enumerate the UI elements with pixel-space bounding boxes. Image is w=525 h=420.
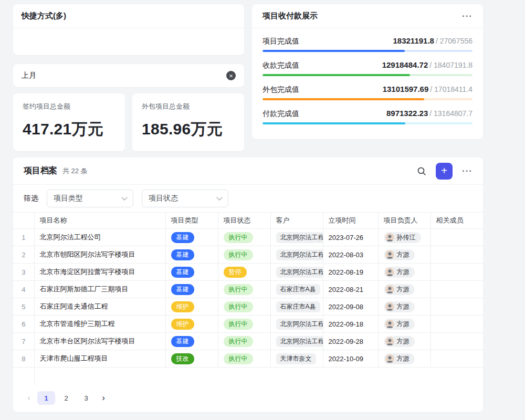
project-type-badge: 基建 (171, 284, 194, 295)
project-type-dropdown[interactable]: 项目类型 (47, 190, 133, 207)
project-lead-cell[interactable]: 方源 (378, 281, 430, 298)
customer-cell[interactable]: 天津市奈文 (270, 350, 323, 368)
customer-cell[interactable]: 石家庄市A县 (270, 281, 323, 298)
more-icon[interactable]: ··· (462, 166, 472, 175)
project-status-cell[interactable]: 暂停 (218, 264, 270, 281)
next-page-button[interactable]: › (97, 391, 110, 405)
project-name-cell[interactable]: 北京市海淀区阿拉蕾写字楼项目 (34, 264, 165, 281)
close-icon: × (229, 72, 233, 79)
project-type-cell[interactable]: 基建 (165, 246, 218, 264)
customer-cell[interactable]: 石家庄市A县 (270, 298, 323, 316)
related-members-cell[interactable] (430, 229, 483, 246)
project-type-cell[interactable]: 维护 (165, 316, 218, 333)
column-header[interactable]: 客户 (270, 213, 323, 229)
project-type-cell[interactable]: 基建 (165, 333, 218, 350)
project-type-cell[interactable]: 基建 (165, 264, 218, 281)
project-name-cell[interactable]: 北京阿尔法工程公司 (34, 229, 165, 246)
project-lead-cell[interactable]: 方源 (378, 246, 430, 264)
project-lead-cell[interactable]: 方源 (378, 298, 430, 316)
row-index-cell: 3 (13, 264, 34, 281)
shortcut-card: 快捷方式(多) (13, 4, 244, 55)
related-members-cell[interactable] (430, 316, 483, 333)
progress-fill (262, 74, 410, 76)
row-index-cell: 2 (13, 246, 34, 264)
project-status-dropdown[interactable]: 项目状态 (142, 190, 228, 207)
project-status-cell[interactable]: 执行中 (218, 316, 270, 333)
related-members-cell[interactable] (430, 246, 483, 264)
project-type-cell[interactable]: 基建 (165, 229, 218, 246)
page-button[interactable]: 2 (57, 391, 75, 405)
customer-tag: 天津市奈文 (276, 353, 316, 364)
project-status-cell[interactable]: 执行中 (218, 298, 270, 316)
signed-amount-card: 签约项目总金额 417.21万元 (13, 93, 125, 151)
project-name-cell[interactable]: 石家庄阿斯加德工厂三期项目 (34, 281, 165, 298)
person-tag: 孙传江 (384, 232, 421, 243)
more-icon[interactable]: ··· (462, 12, 472, 20)
progress-track (262, 122, 472, 124)
customer-cell[interactable]: 北京阿尔法工程 (270, 229, 323, 246)
customer-cell[interactable]: 北京阿尔法工程 (270, 333, 323, 350)
project-name-cell[interactable]: 天津市爬山服工程项目 (34, 350, 165, 368)
start-date-cell[interactable]: 2022-08-21 (323, 281, 378, 298)
project-lead-cell[interactable]: 方源 (378, 264, 430, 281)
project-status-cell[interactable]: 执行中 (218, 229, 270, 246)
customer-cell[interactable]: 北京阿尔法工程 (270, 246, 323, 264)
project-name-cell[interactable]: 北京市管道维护三期工程 (34, 316, 165, 333)
person-tag: 方源 (384, 319, 415, 330)
related-members-cell[interactable] (430, 264, 483, 281)
person-tag: 方源 (384, 353, 415, 364)
project-lead-cell[interactable]: 方源 (378, 333, 430, 350)
start-date-cell[interactable]: 2022-09-18 (323, 316, 378, 333)
date-filter-chip[interactable]: 上月 × (13, 64, 244, 87)
column-header[interactable]: 项目状态 (218, 213, 270, 229)
customer-cell[interactable]: 北京阿尔法工程 (270, 316, 323, 333)
clear-filter-button[interactable]: × (226, 71, 236, 80)
project-type-cell[interactable]: 基建 (165, 281, 218, 298)
project-lead-cell[interactable]: 孙传江 (378, 229, 430, 246)
column-header[interactable]: 项目名称 (34, 213, 165, 229)
project-name-cell[interactable]: 石家庄阿道夫通信工程 (34, 298, 165, 316)
project-name-cell[interactable]: 北京市丰台区阿尔法写字楼项目 (34, 333, 165, 350)
payment-item-value: 18321191.8 (393, 36, 434, 45)
start-date-cell[interactable]: 2023-07-26 (323, 229, 378, 246)
avatar (385, 302, 394, 311)
project-type-cell[interactable]: 技改 (165, 350, 218, 368)
avatar (385, 320, 394, 329)
customer-cell[interactable]: 北京阿尔法工程 (270, 264, 323, 281)
dropdown-label: 项目状态 (149, 194, 178, 203)
related-members-cell[interactable] (430, 333, 483, 350)
project-type-badge: 维护 (171, 319, 194, 330)
project-status-cell[interactable]: 执行中 (218, 333, 270, 350)
related-members-cell[interactable] (430, 298, 483, 316)
start-date-cell[interactable]: 2022-08-03 (323, 246, 378, 264)
payment-panel: 项目收付款展示 ··· 项目完成值 18321191.8/ 27067556 收… (252, 4, 483, 139)
page-button[interactable]: 3 (77, 391, 95, 405)
start-date-cell[interactable]: 2022-08-19 (323, 264, 378, 281)
column-header[interactable]: 项目类型 (165, 213, 218, 229)
page-button[interactable]: 1 (37, 391, 55, 405)
project-status-cell[interactable]: 执行中 (218, 281, 270, 298)
payment-item: 项目完成值 18321191.8/ 27067556 (262, 36, 472, 52)
project-name-cell[interactable]: 北京市朝阳区阿尔法写字楼项目 (34, 246, 165, 264)
project-lead-cell[interactable]: 方源 (378, 350, 430, 368)
previous-page-button[interactable]: ‹ (23, 391, 35, 405)
column-header[interactable]: 项目负责人 (378, 213, 430, 229)
related-members-cell[interactable] (430, 350, 483, 368)
person-tag: 方源 (384, 301, 415, 312)
add-record-button[interactable]: + (436, 163, 453, 180)
metric-value: 185.96万元 (142, 119, 235, 140)
column-header[interactable]: 立项时间 (323, 213, 378, 229)
project-lead-cell[interactable]: 方源 (378, 316, 430, 333)
related-members-cell[interactable] (430, 281, 483, 298)
search-button[interactable] (417, 166, 426, 176)
column-header[interactable]: 相关成员 (430, 213, 483, 229)
start-date-cell[interactable]: 2022-09-08 (323, 298, 378, 316)
project-status-cell[interactable]: 执行中 (218, 246, 270, 264)
start-date-cell[interactable]: 2022-09-28 (323, 333, 378, 350)
chevron-down-icon (121, 194, 127, 200)
project-status-badge: 执行中 (224, 336, 253, 347)
project-status-cell[interactable]: 执行中 (218, 350, 270, 368)
start-date-cell[interactable]: 2022-10-09 (323, 350, 378, 368)
project-type-badge: 基建 (171, 232, 194, 243)
project-type-cell[interactable]: 维护 (165, 298, 218, 316)
